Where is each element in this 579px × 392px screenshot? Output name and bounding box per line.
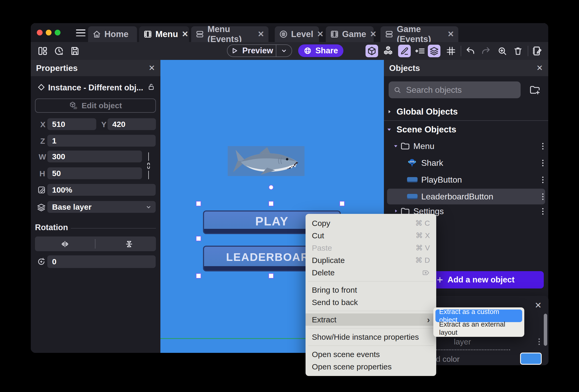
tab-close-icon[interactable]: ✕: [448, 30, 454, 38]
tree-row-shark[interactable]: Shark: [384, 157, 548, 169]
tab-close-icon[interactable]: ✕: [317, 30, 323, 38]
flip-horizontal-icon[interactable]: [60, 239, 70, 249]
save-icon[interactable]: [70, 46, 80, 56]
tree-row-leaderboardbutton[interactable]: LeaderboardButton: [384, 190, 548, 203]
menu-item-open-scene-events[interactable]: Open scene events: [306, 348, 436, 360]
selection-handle-bottom-center[interactable]: [268, 273, 274, 278]
preview-dropdown[interactable]: [276, 45, 292, 56]
kebab-menu-icon[interactable]: [542, 143, 544, 149]
z-input[interactable]: [47, 135, 156, 147]
tab-label: Game (Events): [397, 24, 444, 44]
global-objects-section[interactable]: Global Objects: [387, 107, 458, 117]
selection-handle-top-left[interactable]: [196, 201, 201, 206]
history-icon[interactable]: [54, 46, 64, 56]
tab-close-icon[interactable]: ✕: [182, 30, 188, 38]
add-object-button[interactable]: Add a new object: [432, 271, 544, 288]
menu-shortcut: ⌘ X: [416, 231, 430, 240]
menu-item-label: Send to back: [312, 298, 358, 307]
tree-row-menu-folder[interactable]: Menu: [384, 140, 548, 152]
kebab-menu-icon[interactable]: [539, 338, 540, 345]
main-menu-icon[interactable]: [76, 29, 85, 36]
close-window-button[interactable]: [37, 30, 43, 35]
scene-objects-section[interactable]: Scene Objects: [386, 125, 456, 135]
zoom-in-icon[interactable]: [497, 46, 507, 56]
lock-icon[interactable]: [147, 82, 155, 91]
menu-item-bring-to-front[interactable]: Bring to front: [306, 284, 436, 296]
opacity-input[interactable]: [47, 184, 156, 196]
menu-item-open-scene-properties[interactable]: Open scene properties: [306, 360, 436, 373]
tab-home[interactable]: Home: [88, 26, 137, 42]
kebab-menu-icon[interactable]: [542, 208, 544, 215]
preview-button[interactable]: Preview: [227, 44, 292, 57]
home-icon: [92, 30, 101, 39]
rotation-input[interactable]: [47, 255, 156, 268]
flip-vertical-icon[interactable]: [124, 239, 134, 249]
caret-down-icon[interactable]: [393, 143, 399, 149]
zoom-window-button[interactable]: [55, 30, 60, 35]
x-input[interactable]: [47, 118, 96, 130]
kebab-menu-icon[interactable]: [542, 193, 544, 200]
selection-handle-mid-left[interactable]: [196, 236, 201, 241]
tab-level[interactable]: Level ✕: [275, 26, 319, 42]
popover-scrollbar[interactable]: [544, 314, 547, 346]
grid-icon[interactable]: [446, 46, 456, 56]
submenu-item-extract-external-layout[interactable]: Extract as an external layout: [435, 322, 522, 335]
add-folder-icon[interactable]: [529, 84, 541, 96]
undo-icon[interactable]: [465, 46, 475, 56]
caret-right-icon[interactable]: [387, 109, 392, 115]
tab-game-events[interactable]: Game (Events) ✕: [380, 26, 458, 42]
properties-close-icon[interactable]: ✕: [149, 64, 155, 72]
tree-label: LeaderboardButton: [421, 192, 493, 202]
popover-close-icon[interactable]: ✕: [535, 301, 542, 310]
layers-icon[interactable]: [428, 45, 440, 57]
tree-row-playbutton[interactable]: PlayButton: [384, 174, 548, 186]
tab-menu[interactable]: Menu ✕: [139, 26, 189, 42]
tab-menu-events[interactable]: Menu (Events) ✕: [191, 26, 268, 42]
layer-select[interactable]: Base layer: [47, 201, 156, 213]
menu-item-duplicate[interactable]: Duplicate ⌘ D: [306, 254, 436, 266]
width-input[interactable]: [47, 151, 142, 162]
chevron-down-icon: [280, 47, 288, 54]
instance-properties-icon[interactable]: [415, 46, 425, 56]
share-button[interactable]: Share: [298, 44, 343, 57]
caret-right-icon[interactable]: [393, 208, 399, 214]
kebab-menu-icon[interactable]: [542, 160, 544, 166]
tab-close-icon[interactable]: ✕: [258, 30, 264, 38]
y-input[interactable]: [108, 118, 156, 130]
caret-down-icon[interactable]: [386, 126, 392, 133]
menu-item-send-to-back[interactable]: Send to back: [306, 296, 436, 308]
edit-mode-icon[interactable]: [398, 45, 411, 57]
add-object-label: Add a new object: [448, 275, 515, 285]
menu-item-cut[interactable]: Cut ⌘ X: [306, 229, 436, 242]
menu-item-extract[interactable]: Extract ›: [306, 313, 436, 326]
link-dimensions-icon[interactable]: [145, 162, 153, 170]
trash-icon[interactable]: [513, 46, 523, 56]
selection-handle-top-center[interactable]: [268, 201, 274, 206]
redo-icon[interactable]: [481, 46, 491, 56]
properties-title: Properties: [36, 63, 78, 73]
object-mode-icon[interactable]: [365, 45, 378, 57]
edit-object-label: Edit object: [82, 101, 122, 110]
objects-stack-icon[interactable]: [383, 45, 394, 56]
edit-object-button[interactable]: 2D Edit object: [35, 99, 156, 113]
tab-close-icon[interactable]: ✕: [370, 30, 377, 38]
height-input[interactable]: [47, 167, 142, 179]
minimize-window-button[interactable]: [46, 30, 52, 35]
tab-game[interactable]: Game ✕: [326, 26, 374, 42]
objects-close-icon[interactable]: ✕: [536, 64, 543, 72]
shark-sprite[interactable]: [228, 146, 304, 176]
color-swatch[interactable]: [520, 353, 542, 365]
selection-handle-bottom-left[interactable]: [196, 273, 201, 278]
menu-item-copy[interactable]: Copy ⌘ C: [306, 217, 436, 229]
panels-layout-icon[interactable]: [37, 46, 48, 56]
menu-item-delete[interactable]: Delete: [306, 266, 436, 279]
menu-item-show-hide-instance-properties[interactable]: Show/Hide instance properties: [306, 331, 436, 343]
rotate-handle[interactable]: [269, 185, 274, 190]
kebab-menu-icon[interactable]: [542, 177, 544, 183]
objects-search[interactable]: [389, 81, 521, 98]
selection-handle-top-right[interactable]: [339, 201, 345, 206]
edit-scene-icon[interactable]: [532, 46, 542, 56]
search-input[interactable]: [405, 85, 516, 95]
menu-separator: [308, 328, 434, 328]
preview-main[interactable]: Preview: [227, 45, 276, 56]
